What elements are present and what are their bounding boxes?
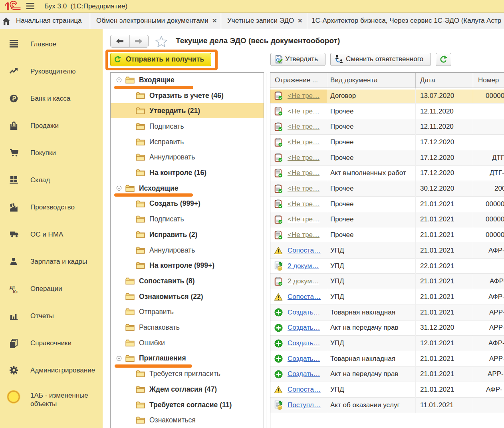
svg-text:Дт: Дт	[10, 285, 15, 290]
svg-text:Кт: Кт	[13, 289, 18, 294]
